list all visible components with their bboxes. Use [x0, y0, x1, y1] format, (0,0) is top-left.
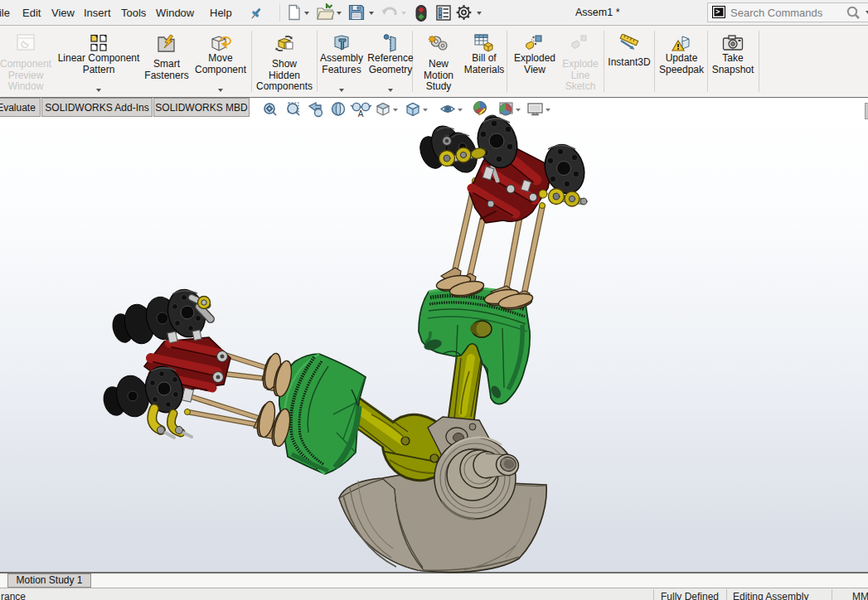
svg-text:A: A [358, 109, 364, 119]
